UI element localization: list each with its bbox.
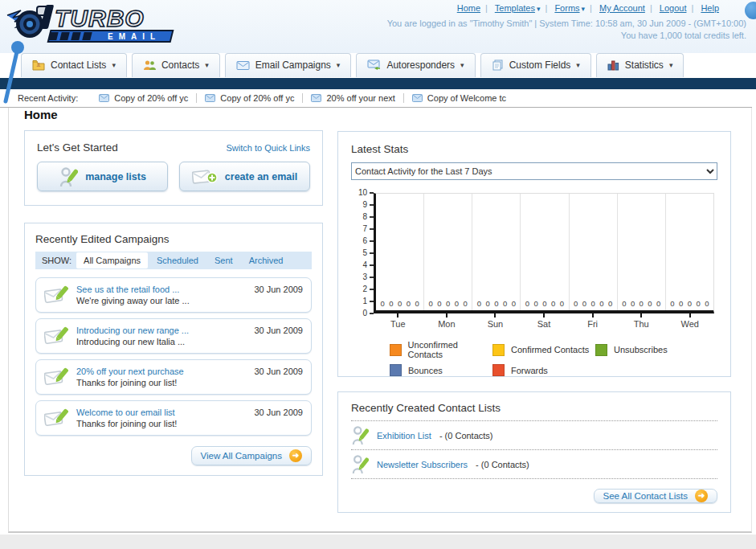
arrow-icon: ➜ xyxy=(289,449,302,462)
contact-lists-title: Recently Created Contact Lists xyxy=(351,402,717,421)
tab-email-campaigns[interactable]: Email Campaigns ▾ xyxy=(225,53,352,77)
data-value-label: 0 xyxy=(415,299,419,308)
y-tick-label: 6 xyxy=(362,236,367,245)
campaign-list: See us at the retail food ... 30 Jun 200… xyxy=(35,277,312,436)
contact-list-detail: - (0 Contacts) xyxy=(476,460,529,469)
recent-activity-item[interactable]: Copy of Welcome tc xyxy=(404,93,514,103)
nav-home-link[interactable]: Home xyxy=(457,3,480,13)
campaigns-title: Recently Edited Campaigns xyxy=(35,233,312,245)
x-tick-mark xyxy=(446,313,447,318)
show-label: SHOW: xyxy=(42,256,72,265)
chart-day-group: 00000 xyxy=(472,194,521,310)
data-value-label: 0 xyxy=(622,299,626,308)
x-tick-mark xyxy=(640,313,642,318)
recent-activity-bar: Recent Activity: Copy of 20% off yc Copy… xyxy=(0,89,752,108)
envelope-pencil-icon xyxy=(44,408,68,428)
campaign-title-link[interactable]: See us at the retail food ... xyxy=(76,284,254,295)
contact-list-name-link[interactable]: Newsletter Subscribers xyxy=(377,460,468,469)
envelope-pencil-icon xyxy=(44,285,68,305)
view-all-campaigns-button[interactable]: View All Campaigns ➜ xyxy=(191,446,312,465)
data-value-label: 0 xyxy=(656,299,660,308)
chart-values: 00000 xyxy=(424,299,472,310)
x-tick-label: Tue xyxy=(374,313,423,329)
arrow-icon: ➜ xyxy=(695,490,708,502)
campaign-row[interactable]: Welcome to our email list 30 Jun 2009 Th… xyxy=(35,400,312,436)
y-tick-mark xyxy=(370,240,374,242)
chart-day-group: 00000 xyxy=(618,194,666,310)
tab-statistics[interactable]: Statistics ▾ xyxy=(596,53,684,77)
data-value-label: 0 xyxy=(599,299,603,308)
nav-templates-link[interactable]: Templates xyxy=(495,3,535,13)
nav-help-link[interactable]: Help xyxy=(701,3,719,13)
pages-icon xyxy=(492,59,504,71)
y-tick-label: 1 xyxy=(362,297,367,305)
tab-custom-fields[interactable]: Custom Fields ▾ xyxy=(480,53,591,77)
campaign-filter[interactable]: All Campaigns xyxy=(76,252,148,268)
legend-label: Unconfirmed Contacts xyxy=(408,340,492,359)
decorative-pin xyxy=(2,40,29,104)
recently-edited-campaigns-panel: Recently Edited Campaigns SHOW: All Camp… xyxy=(24,223,323,476)
contact-list-name-link[interactable]: Exhibition List xyxy=(377,431,431,440)
contact-lists-folder-icon xyxy=(32,59,45,71)
recent-activity-item[interactable]: Copy of 20% off yc xyxy=(197,93,303,103)
chevron-down-icon: ▾ xyxy=(205,61,209,69)
campaign-row[interactable]: Introducing our new range ... 30 Jun 200… xyxy=(35,318,312,354)
data-value-label: 0 xyxy=(503,299,507,308)
contact-list-row[interactable]: Newsletter Subscribers - (0 Contacts) xyxy=(351,450,717,479)
svg-text:TURBO: TURBO xyxy=(55,5,145,31)
campaign-title-link[interactable]: Welcome to our email list xyxy=(76,407,254,418)
top-nav: Home| Templates▾| Forms▾| My Account| Lo… xyxy=(457,3,719,13)
legend-item: Confirmed Contacts xyxy=(492,340,595,359)
get-started-panel: Let's Get Started Switch to Quick Links … xyxy=(24,130,323,206)
contact-list-row[interactable]: Exhibition List - (0 Contacts) xyxy=(351,421,717,450)
data-value-label: 0 xyxy=(631,299,635,308)
y-tick-mark xyxy=(370,277,374,278)
nav-forms-link[interactable]: Forms xyxy=(554,3,579,13)
tab-contacts[interactable]: Contacts ▾ xyxy=(132,53,220,77)
tab-contact-lists[interactable]: Contact Lists ▾ xyxy=(21,53,127,77)
campaign-title-link[interactable]: Introducing our new range ... xyxy=(76,325,254,336)
manage-lists-button[interactable]: manage lists xyxy=(37,162,168,191)
campaign-date: 30 Jun 2009 xyxy=(254,284,303,295)
campaign-row[interactable]: See us at the retail food ... 30 Jun 200… xyxy=(35,277,312,313)
campaign-filter[interactable]: Sent xyxy=(207,252,240,268)
data-value-label: 0 xyxy=(696,299,700,308)
data-value-label: 0 xyxy=(679,299,683,308)
y-tick-label: 5 xyxy=(362,248,367,257)
campaign-row[interactable]: 20% off your next purchase 30 Jun 2009 T… xyxy=(35,359,312,395)
y-tick-label: 7 xyxy=(362,224,367,233)
stats-period-select[interactable]: Contact Activity for the Last 7 Days xyxy=(351,162,717,180)
chart-y-axis: 109876543210 xyxy=(351,193,374,313)
y-tick-mark xyxy=(370,289,374,290)
campaign-filter-bar: SHOW: All Campaigns Scheduled Sent Archi… xyxy=(35,252,312,269)
data-value-label: 0 xyxy=(688,299,692,308)
tab-autoresponders[interactable]: Autoresponders ▾ xyxy=(356,53,475,77)
data-value-label: 0 xyxy=(464,299,468,308)
envelope-pencil-icon xyxy=(44,367,68,387)
chart-day-group: 00000 xyxy=(521,194,569,310)
campaign-filter[interactable]: Archived xyxy=(242,252,291,268)
data-value-label: 0 xyxy=(534,299,538,308)
envelope-icon xyxy=(236,60,250,71)
legend-item: Forwards xyxy=(492,364,595,376)
legend-swatch xyxy=(492,364,505,376)
nav-logout-link[interactable]: Logout xyxy=(660,3,687,13)
campaign-filter[interactable]: Scheduled xyxy=(149,252,206,268)
create-an-email-button[interactable]: create an email xyxy=(179,162,310,191)
nav-my-account-link[interactable]: My Account xyxy=(599,3,645,13)
campaign-title-link[interactable]: 20% off your next purchase xyxy=(76,366,254,377)
legend-swatch xyxy=(390,344,402,356)
turbo-email-dashboard: TURBO EMAIL Home| Templates▾| Forms▾| My… xyxy=(0,0,756,549)
see-all-contact-lists-button[interactable]: See All Contact Lists ➜ xyxy=(594,489,717,503)
recent-activity-item[interactable]: 20% off your next xyxy=(303,93,403,103)
campaign-subtitle: Introducing our new Italia ... xyxy=(76,336,303,347)
data-value-label: 0 xyxy=(446,299,450,308)
legend-label: Bounces xyxy=(408,366,443,375)
x-tick-label: Thu xyxy=(617,313,666,329)
person-pencil-icon xyxy=(351,453,369,475)
data-value-label: 0 xyxy=(407,299,411,308)
chart-legend: Unconfirmed ContactsConfirmed ContactsUn… xyxy=(390,340,717,376)
recent-activity-item[interactable]: Copy of 20% off yc xyxy=(91,93,197,103)
latest-stats-panel: Latest Stats Contact Activity for the La… xyxy=(337,131,731,377)
switch-to-quick-links[interactable]: Switch to Quick Links xyxy=(226,143,310,153)
